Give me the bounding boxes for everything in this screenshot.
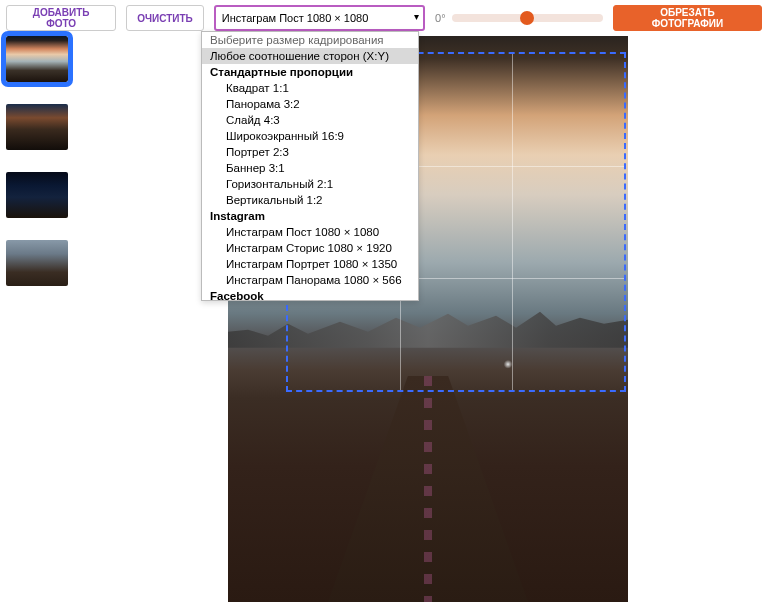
dropdown-item[interactable]: Баннер 3:1 [202, 160, 418, 176]
crop-size-dropdown[interactable]: Выберите размер кадрированияЛюбое соотно… [201, 31, 419, 301]
dropdown-group-стандартные-пропорции: Стандартные пропорции [202, 64, 418, 80]
thumbnail-night-city[interactable] [6, 172, 68, 218]
thumbnail-bridge[interactable] [6, 240, 68, 286]
crop-size-value: Инстаграм Пост 1080 × 1080 [222, 12, 368, 24]
dropdown-item[interactable]: Панорама 3:2 [202, 96, 418, 112]
chevron-down-icon: ▾ [414, 11, 419, 22]
dropdown-item[interactable]: Горизонтальный 2:1 [202, 176, 418, 192]
dropdown-placeholder[interactable]: Выберите размер кадрирования [202, 32, 418, 48]
rotate-slider[interactable] [452, 8, 603, 28]
dropdown-item[interactable]: Инстаграм Портрет 1080 × 1350 [202, 256, 418, 272]
crop-size-display[interactable]: Инстаграм Пост 1080 × 1080 ▾ [214, 5, 425, 31]
dropdown-item[interactable]: Инстаграм Сторис 1080 × 1920 [202, 240, 418, 256]
dropdown-item-any-ratio[interactable]: Любое соотношение сторон (X:Y) [202, 48, 418, 64]
rotate-label: 0° [435, 12, 446, 24]
dropdown-item[interactable]: Инстаграм Пост 1080 × 1080 [202, 224, 418, 240]
slider-thumb[interactable] [520, 11, 534, 25]
dropdown-item[interactable]: Слайд 4:3 [202, 112, 418, 128]
dropdown-group-instagram: Instagram [202, 208, 418, 224]
thumbnail-street-night[interactable] [6, 104, 68, 150]
clear-button[interactable]: ОЧИСТИТЬ [126, 5, 204, 31]
dropdown-item[interactable]: Квадрат 1:1 [202, 80, 418, 96]
dropdown-item[interactable]: Портрет 2:3 [202, 144, 418, 160]
crop-size-select[interactable]: Инстаграм Пост 1080 × 1080 ▾ [214, 5, 425, 31]
thumbnail-city-sunset[interactable] [6, 36, 68, 82]
dropdown-item[interactable]: Широкоэкранный 16:9 [202, 128, 418, 144]
thumbnail-strip [6, 36, 78, 286]
dropdown-group-facebook: Facebook [202, 288, 418, 301]
crop-button[interactable]: ОБРЕЗАТЬ ФОТОГРАФИИ [613, 5, 762, 31]
dropdown-item[interactable]: Инстаграм Панорама 1080 × 566 [202, 272, 418, 288]
add-photo-button[interactable]: ДОБАВИТЬ ФОТО [6, 5, 116, 31]
dropdown-item[interactable]: Вертикальный 1:2 [202, 192, 418, 208]
rotate-control: 0° [435, 8, 603, 28]
